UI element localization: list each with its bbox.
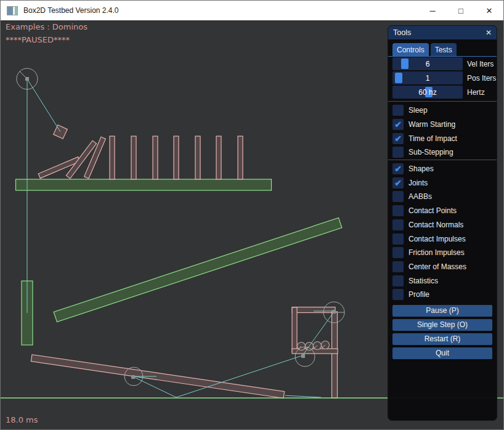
checkbox-label: Contact Normals [408, 221, 463, 229]
checkbox-label: Time of Impact [408, 134, 457, 143]
checkbox-center-of-masses[interactable] [392, 261, 404, 272]
joint-anchor-marker [131, 375, 135, 379]
tools-panel-title: Tools [393, 28, 411, 37]
checkbox-group-solver: Sleep✔Warm Starting✔Time of ImpactSub-St… [388, 102, 497, 160]
checkbox-statistics[interactable] [392, 275, 404, 286]
pause-button[interactable]: Pause (P) [392, 305, 492, 317]
checkbox-contact-points[interactable] [392, 205, 404, 216]
checkbox-profile[interactable] [392, 289, 404, 300]
tools-panel-header[interactable]: Tools ✕ [388, 26, 497, 39]
checkbox-row-statistics[interactable]: Statistics [392, 274, 497, 288]
checkbox-row-sub-stepping[interactable]: Sub-Stepping [392, 145, 497, 160]
checkmark-icon: ✔ [394, 134, 402, 143]
single-step-button[interactable]: Single Step (O) [392, 319, 492, 331]
minimize-icon: ─ [429, 6, 435, 15]
simulation-viewport[interactable]: Examples : Dominos ****PAUSED**** 18.0 m… [1, 20, 503, 429]
checkbox-row-sleep[interactable]: Sleep [392, 103, 497, 118]
checkbox-label: Statistics [408, 277, 438, 285]
joint-anchor-marker [332, 310, 336, 314]
slider-label: Vel Iters [467, 60, 494, 68]
checkbox-aabbs[interactable] [392, 191, 404, 202]
paused-status: ****PAUSED**** [6, 35, 70, 44]
slider-value: 6 [392, 57, 463, 70]
checkbox-row-contact-points[interactable]: Contact Points [392, 204, 497, 218]
checkbox-row-center-of-masses[interactable]: Center of Masses [392, 260, 497, 274]
checkbox-label: Contact Points [408, 206, 457, 215]
checkbox-row-joints[interactable]: ✔Joints [392, 176, 497, 190]
checkbox-row-aabbs[interactable]: AABBs [392, 190, 497, 204]
seesaw-plank [31, 355, 284, 399]
checkbox-sleep[interactable] [392, 105, 404, 116]
minimize-button[interactable]: ─ [418, 1, 447, 20]
checkbox-label: Contact Impulses [408, 235, 466, 243]
window-controls: ─□✕ [418, 1, 503, 20]
frame-right-post [332, 312, 338, 398]
slider-vel-iters[interactable]: 6 [392, 57, 463, 70]
checkbox-label: Center of Masses [408, 262, 466, 271]
slider-value: 60 hz [392, 86, 463, 99]
slider-label: Hertz [467, 88, 485, 97]
checkbox-joints[interactable]: ✔ [392, 177, 404, 189]
maximize-icon: □ [458, 6, 463, 15]
checkbox-row-profile[interactable]: Profile [392, 288, 497, 302]
maximize-button[interactable]: □ [447, 1, 475, 20]
slider-pos-iters[interactable]: 1 [392, 71, 463, 84]
title-bar[interactable]: Box2D Testbed Version 2.4.0 ─□✕ [1, 1, 503, 20]
checkmark-icon: ✔ [394, 120, 402, 129]
checkbox-row-friction-impulses[interactable]: Friction Impulses [392, 246, 497, 260]
slider-row-pos-iters: 1Pos Iters [392, 71, 497, 84]
close-icon[interactable]: ✕ [486, 28, 492, 37]
checkbox-row-contact-impulses[interactable]: Contact Impulses [392, 232, 497, 246]
domino [131, 136, 136, 179]
slider-value: 1 [392, 71, 463, 84]
checkbox-shapes[interactable]: ✔ [392, 163, 404, 174]
joint-line [285, 396, 321, 397]
platform [16, 179, 272, 190]
tools-panel: Tools ✕ ControlsTests 6Vel Iters1Pos Ite… [388, 25, 497, 421]
checkbox-warm-starting[interactable]: ✔ [392, 119, 404, 130]
pendulum-joint-line [27, 79, 60, 132]
restart-button[interactable]: Restart (R) [392, 333, 492, 345]
app-icon [7, 6, 18, 15]
checkbox-row-contact-normals[interactable]: Contact Normals [392, 218, 497, 232]
window-title: Box2D Testbed Version 2.4.0 [23, 6, 119, 15]
slider-label: Pos Iters [467, 74, 496, 83]
domino [238, 136, 243, 179]
domino [216, 136, 221, 179]
checkbox-row-shapes[interactable]: ✔Shapes [392, 162, 497, 176]
slider-row-hertz: 60 hzHertz [392, 86, 497, 99]
joint-anchor-marker [301, 354, 305, 358]
button-group: Pause (P)Single Step (O)Restart (R)Quit [388, 302, 497, 359]
app-window: Box2D Testbed Version 2.4.0 ─□✕ Examples… [0, 0, 504, 430]
ramp-plank [54, 217, 342, 322]
checkbox-label: Warm Starting [408, 120, 455, 129]
slider-hertz[interactable]: 60 hz [392, 86, 463, 99]
frame-time: 18.0 ms [6, 415, 38, 424]
checkbox-contact-impulses[interactable] [392, 233, 404, 245]
tab-tests[interactable]: Tests [431, 43, 457, 56]
checkbox-group-draw: ✔Shapes✔JointsAABBsContact PointsContact… [388, 160, 497, 302]
checkbox-sub-stepping[interactable] [392, 147, 404, 158]
tab-controls[interactable]: Controls [392, 43, 429, 56]
domino [153, 136, 158, 179]
domino [195, 136, 200, 179]
checkbox-label: Sleep [408, 106, 428, 115]
domino [174, 136, 179, 179]
checkbox-label: Joints [408, 179, 428, 187]
joint-anchor-marker [25, 77, 29, 81]
checkbox-row-time-of-impact[interactable]: ✔Time of Impact [392, 131, 497, 145]
checkbox-row-warm-starting[interactable]: ✔Warm Starting [392, 118, 497, 132]
checkbox-friction-impulses[interactable] [392, 247, 404, 258]
frame-top-beam [292, 307, 335, 313]
quit-button[interactable]: Quit [392, 347, 492, 359]
slider-group: 6Vel Iters1Pos Iters60 hzHertz [388, 57, 497, 99]
checkbox-label: Sub-Stepping [408, 148, 453, 156]
close-button[interactable]: ✕ [475, 1, 503, 20]
checkbox-label: Profile [408, 290, 429, 299]
checkbox-label: Friction Impulses [408, 248, 465, 257]
tab-bar: ControlsTests [392, 43, 497, 56]
checkbox-time-of-impact[interactable]: ✔ [392, 133, 404, 144]
checkbox-contact-normals[interactable] [392, 219, 404, 230]
close-icon: ✕ [486, 6, 493, 15]
domino [110, 136, 115, 179]
